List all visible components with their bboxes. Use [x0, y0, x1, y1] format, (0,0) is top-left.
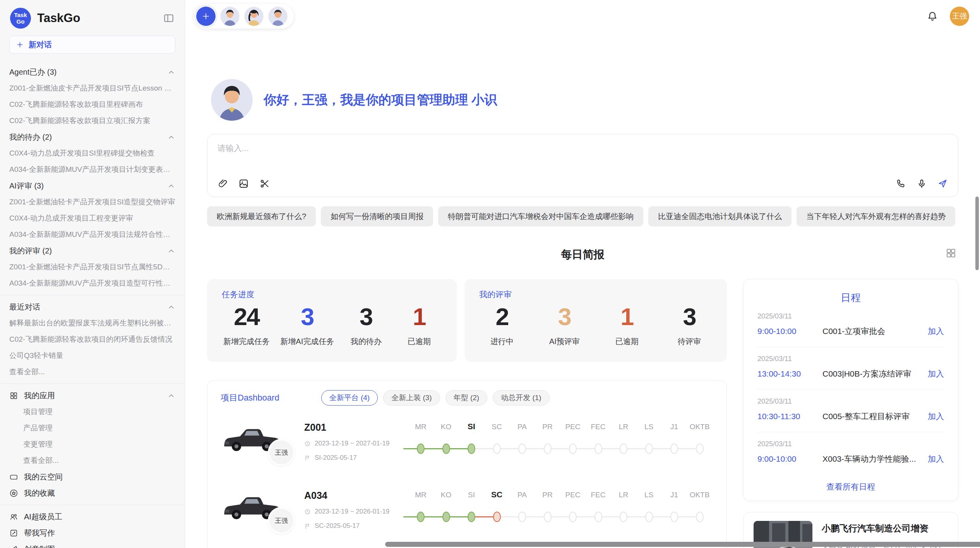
milestone-node[interactable] — [493, 512, 501, 522]
schedule-view-all-link[interactable]: 查看所有日程 — [757, 481, 944, 492]
event-join-link[interactable]: 加入 — [928, 454, 944, 464]
app-item[interactable]: 变更管理 — [9, 436, 175, 452]
sidebar-item[interactable]: C0X4-动力总成开发项目SI里程碑提交物检查 — [9, 145, 175, 161]
my-apps-header[interactable]: 我的应用 — [9, 387, 175, 404]
milestone-node[interactable] — [442, 512, 450, 522]
milestone-node[interactable] — [417, 444, 425, 454]
session-avatar[interactable] — [268, 7, 288, 26]
schedule-card: 日程 2025/03/119:00-10:00C001-立项审批会加入2025/… — [743, 279, 958, 501]
recent-chat-item[interactable]: 解释最新出台的欧盟报废车法规再生塑料比例被调至15%... — [9, 315, 175, 331]
chat-input[interactable]: 请输入... — [218, 143, 948, 154]
send-icon[interactable] — [937, 178, 948, 189]
sidebar-item-favorites[interactable]: 我的收藏 — [9, 485, 175, 501]
apps-view-all-link[interactable]: 查看全部... — [9, 452, 175, 469]
sidebar-section-label: 我的待办 (2) — [9, 132, 52, 142]
new-session-button[interactable] — [196, 7, 216, 26]
event-date: 2025/03/11 — [757, 397, 944, 406]
milestone-node[interactable] — [569, 444, 577, 454]
sidebar-item[interactable]: C02-飞腾新能源轻客改款项目立项汇报方案 — [9, 113, 175, 129]
milestone-node[interactable] — [544, 512, 552, 522]
milestone-node[interactable] — [645, 444, 653, 454]
project-code[interactable]: Z001 — [304, 422, 400, 433]
sidebar-section-header[interactable]: 我的评审 (2) — [9, 243, 175, 259]
plus-icon — [16, 41, 24, 49]
sidebar-item[interactable]: C0X4-动力总成开发项目工程变更评审 — [9, 210, 175, 226]
recent-view-all-link[interactable]: 查看全部... — [9, 364, 175, 380]
milestone-node[interactable] — [670, 512, 678, 522]
milestone-node[interactable] — [544, 444, 552, 454]
sidebar-item[interactable]: Z001-全新燃油轻卡产品开发项目SI造型提交物评审 — [9, 194, 175, 210]
recent-chat-item[interactable]: 公司Q3轻卡销量 — [9, 348, 175, 364]
project-code[interactable]: A034 — [304, 490, 400, 501]
microphone-icon[interactable] — [917, 178, 927, 189]
chat-input-card[interactable]: 请输入... — [207, 134, 958, 197]
milestone-node[interactable] — [468, 444, 475, 454]
suggestion-chip[interactable]: 当下年轻人对汽车外观有怎样的喜好趋势 — [797, 206, 955, 226]
milestone-node[interactable] — [645, 512, 653, 522]
event-join-link[interactable]: 加入 — [928, 368, 944, 379]
image-upload-icon[interactable] — [238, 178, 249, 189]
sidebar-tool-ai-staff[interactable]: AI超级员工 — [9, 509, 175, 525]
milestone-node[interactable] — [569, 512, 577, 522]
chevron-up-icon — [167, 133, 175, 141]
notifications-bell-icon[interactable] — [927, 10, 938, 22]
dashboard-tab[interactable]: 动总开发 (1) — [493, 390, 550, 406]
sidebar-tool-writing[interactable]: 帮我写作 — [9, 525, 175, 541]
dashboard-tab[interactable]: 全新上装 (3) — [383, 390, 440, 406]
sidebar-item[interactable]: A034-全新新能源MUV产品开发项目法规符合性评审 — [9, 226, 175, 243]
app-logo-line1: Task — [14, 12, 27, 18]
new-chat-button[interactable]: 新对话 — [9, 36, 175, 54]
milestone-node[interactable] — [595, 512, 602, 522]
project-flag: SI-2025-05-17 — [304, 454, 400, 462]
sidebar-item[interactable]: C02-飞腾新能源轻客改款项目里程碑画布 — [9, 96, 175, 113]
suggestion-chip[interactable]: 比亚迪全固态电池计划具体说了什么 — [648, 206, 792, 226]
milestone-node[interactable] — [493, 444, 501, 454]
sidebar-section-header[interactable]: AI评审 (3) — [9, 178, 175, 194]
sidebar-section-header[interactable]: Agent已办 (3) — [9, 64, 175, 80]
suggestion-chip[interactable]: 如何写一份清晰的项目周报 — [321, 206, 433, 226]
milestone-node[interactable] — [468, 512, 475, 522]
milestone-label: SI — [459, 422, 484, 431]
app-item[interactable]: 产品管理 — [9, 420, 175, 436]
sidebar-item[interactable]: A034-全新新能源MUV产品开发项目计划变更表编写 — [9, 161, 175, 178]
vertical-scrollbar[interactable] — [975, 197, 979, 270]
milestone-node[interactable] — [442, 444, 450, 454]
milestone-node[interactable] — [620, 444, 627, 454]
horizontal-scrollbar[interactable] — [385, 542, 980, 547]
milestone-node[interactable] — [620, 512, 627, 522]
milestone-node[interactable] — [518, 444, 526, 454]
sidebar-tool-creative-drawing[interactable]: 创意制图 — [9, 541, 175, 548]
voice-call-icon[interactable] — [896, 178, 906, 189]
event-join-link[interactable]: 加入 — [928, 326, 944, 337]
milestone-node[interactable] — [518, 512, 526, 522]
layout-grid-icon[interactable] — [945, 247, 957, 259]
sidebar-item[interactable]: A034-全新新能源MUV产品开发项目造型可行性评审 — [9, 275, 175, 291]
dashboard-tab[interactable]: 全新平台 (4) — [321, 390, 378, 406]
sidebar-collapse-icon[interactable] — [163, 12, 175, 24]
recent-chat-item[interactable]: C02-飞腾新能源轻客改款项目的闭环通告反馈情况 — [9, 331, 175, 348]
milestone-node[interactable] — [595, 444, 602, 454]
sidebar-item-cloud-space[interactable]: 我的云空间 — [9, 469, 175, 485]
dashboard-tab[interactable]: 年型 (2) — [445, 390, 488, 406]
greeting-text: 你好，王强，我是你的项目管理助理 小识 — [264, 91, 497, 109]
session-avatar[interactable] — [244, 7, 264, 26]
milestone-node[interactable] — [417, 512, 425, 522]
milestone-label: LS — [637, 491, 661, 499]
project-row: 王强Z0012023-12-19 ~ 2027-01-19SI-2025-05-… — [221, 421, 713, 468]
stat-value: 1 — [413, 304, 425, 329]
event-join-link[interactable]: 加入 — [928, 411, 944, 422]
user-avatar[interactable]: 王强 — [950, 7, 969, 26]
sidebar-section-header[interactable]: 我的待办 (2) — [9, 129, 175, 145]
sidebar-item[interactable]: Z001-全新燃油皮卡产品开发项目SI节点Lesson Learn报告 — [9, 80, 175, 96]
sidebar-item[interactable]: Z001-全新燃油轻卡产品开发项目SI节点属性5D文件评审 — [9, 259, 175, 275]
app-item[interactable]: 项目管理 — [9, 404, 175, 420]
suggestion-chip[interactable]: 特朗普可能对进口汽车增税会对中国车企造成哪些影响 — [438, 206, 643, 226]
session-avatar[interactable] — [220, 7, 240, 26]
milestone-node[interactable] — [696, 444, 704, 454]
recent-chats-header[interactable]: 最近对话 — [9, 299, 175, 315]
milestone-node[interactable] — [696, 512, 704, 522]
attachment-icon[interactable] — [218, 178, 228, 189]
suggestion-chip[interactable]: 欧洲新规最近颁布了什么? — [207, 206, 316, 226]
milestone-node[interactable] — [670, 444, 678, 454]
screenshot-scissors-icon[interactable] — [259, 178, 270, 189]
